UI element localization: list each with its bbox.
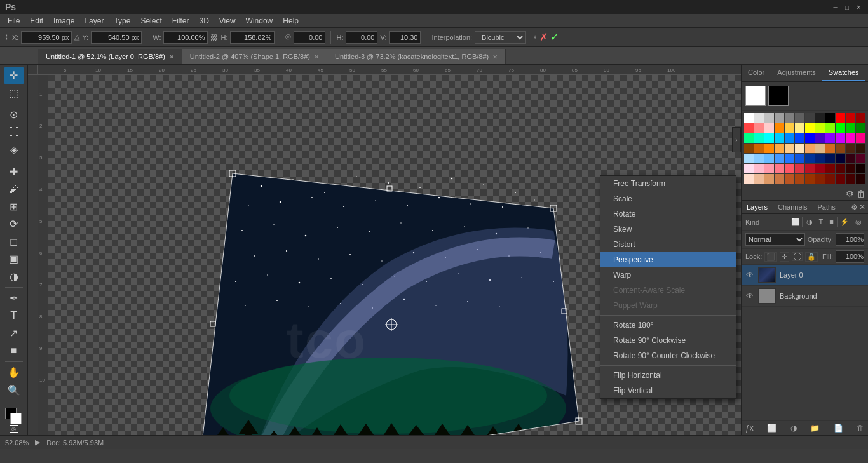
eyedropper-tool[interactable]: ◈	[4, 142, 24, 158]
swatch[interactable]	[805, 164, 815, 173]
swatch[interactable]	[744, 154, 754, 163]
swatch[interactable]	[836, 164, 845, 173]
swatch[interactable]	[775, 174, 784, 184]
panel-collapse-button[interactable]: ›	[732, 127, 741, 152]
menu-rotate[interactable]: Rotate	[600, 206, 736, 222]
maximize-button[interactable]: □	[843, 3, 851, 11]
shape-tool[interactable]: ■	[4, 343, 24, 359]
swatch[interactable]	[764, 133, 774, 143]
paths-tab[interactable]: Paths	[813, 201, 841, 213]
swatch[interactable]	[764, 144, 774, 153]
menu-image[interactable]: Image	[48, 15, 79, 27]
titlebar-controls[interactable]: ─ □ ✕	[831, 3, 863, 11]
opacity-input[interactable]	[836, 233, 864, 246]
healing-tool[interactable]: ✚	[4, 163, 24, 180]
delete-layer-button[interactable]: 🗑	[857, 424, 864, 433]
swatch[interactable]	[856, 113, 865, 123]
hand-tool[interactable]: ✋	[4, 365, 24, 381]
adjustments-tab[interactable]: Adjustments	[771, 65, 822, 81]
new-adjustment-button[interactable]: ◑	[790, 424, 797, 433]
gradient-tool[interactable]: ▣	[4, 251, 24, 267]
swatch[interactable]	[846, 144, 855, 153]
swatch[interactable]	[846, 164, 855, 173]
lasso-tool[interactable]: ⊙	[4, 107, 24, 123]
menu-perspective[interactable]: Perspective	[600, 252, 736, 267]
menu-view[interactable]: View	[214, 15, 241, 27]
swatch[interactable]	[795, 123, 804, 133]
menu-flip-horizontal[interactable]: Flip Horizontal	[600, 368, 736, 383]
v-skew-input[interactable]	[389, 31, 421, 44]
canvas[interactable]: tco	[48, 75, 741, 435]
h-input[interactable]	[230, 31, 275, 44]
w-input[interactable]	[163, 31, 208, 44]
menu-scale[interactable]: Scale	[600, 191, 736, 206]
swatch[interactable]	[754, 154, 764, 163]
menu-type[interactable]: Type	[109, 15, 135, 27]
y-input[interactable]	[91, 31, 142, 44]
menu-select[interactable]: Select	[135, 15, 166, 27]
filter-text-icon[interactable]: T	[817, 217, 826, 227]
layers-panel-close[interactable]: ✕	[859, 203, 865, 211]
swatch[interactable]	[846, 133, 855, 143]
crop-tool[interactable]: ⛶	[4, 124, 24, 140]
swatch[interactable]	[795, 174, 804, 184]
swatch[interactable]	[775, 154, 784, 163]
clone-tool[interactable]: ⊞	[4, 198, 24, 215]
swatches-tab[interactable]: Swatches	[822, 65, 865, 81]
pen-tool[interactable]: ✒	[4, 290, 24, 307]
filter-smart-icon[interactable]: ⚡	[837, 217, 851, 227]
panel-trash-icon[interactable]: 🗑	[857, 189, 865, 199]
swatch[interactable]	[825, 164, 835, 173]
filter-shape-icon[interactable]: ■	[827, 217, 836, 227]
interpolation-select[interactable]: Bicubic Bilinear Nearest Neighbor	[475, 31, 526, 44]
menu-3d[interactable]: 3D	[194, 15, 214, 27]
menu-window[interactable]: Window	[241, 15, 278, 27]
swatch[interactable]	[836, 133, 845, 143]
swatch[interactable]	[795, 164, 804, 173]
swatch[interactable]	[815, 144, 825, 153]
layers-tab[interactable]: Layers	[742, 201, 773, 213]
close-button[interactable]: ✕	[854, 3, 863, 11]
new-layer-button[interactable]: 📄	[834, 424, 843, 433]
swatch[interactable]	[815, 123, 825, 133]
channels-tab[interactable]: Channels	[773, 201, 812, 213]
tab-untitled1[interactable]: Untitled-1 @ 52.1% (Layer 0, RGB/8#) ✕	[38, 49, 182, 64]
swatch[interactable]	[825, 144, 835, 153]
brush-tool[interactable]: 🖌	[4, 181, 24, 198]
color-selector[interactable]	[4, 406, 24, 423]
swatch[interactable]	[764, 123, 774, 133]
swatch[interactable]	[815, 154, 825, 163]
swatch[interactable]	[805, 113, 815, 123]
swatch[interactable]	[825, 113, 835, 123]
blend-mode-select[interactable]: Normal Multiply Screen Overlay	[745, 233, 805, 246]
swatch[interactable]	[785, 144, 794, 153]
swatch[interactable]	[856, 133, 865, 143]
menu-filter[interactable]: Filter	[167, 15, 194, 27]
swatch[interactable]	[805, 123, 815, 133]
tab-untitled2[interactable]: Untitled-2 @ 407% (Shape 1, RGB/8#) ✕	[182, 49, 327, 64]
swatch[interactable]	[764, 164, 774, 173]
x-input[interactable]	[21, 31, 72, 44]
swatch[interactable]	[805, 154, 815, 163]
swatch[interactable]	[754, 164, 764, 173]
swatch[interactable]	[744, 123, 754, 133]
swatch[interactable]	[856, 154, 865, 163]
lock-pixels-icon[interactable]: ⬛	[764, 252, 777, 262]
layer-item-layer0[interactable]: 👁 Layer 0	[742, 265, 868, 286]
background-color[interactable]	[10, 413, 22, 424]
menu-distort[interactable]: Distort	[600, 237, 736, 252]
swatch[interactable]	[795, 113, 804, 123]
tab-close-btn[interactable]: ✕	[169, 53, 174, 60]
path-select-tool[interactable]: ↗	[4, 325, 24, 342]
filter-toggle-icon[interactable]: ◎	[853, 217, 864, 227]
swatch[interactable]	[795, 133, 804, 143]
tab-close-btn[interactable]: ✕	[314, 53, 319, 60]
menu-rotate-90-cw[interactable]: Rotate 90° Clockwise	[600, 333, 736, 348]
swatch[interactable]	[836, 144, 845, 153]
filter-pixel-icon[interactable]: ⬜	[789, 217, 803, 227]
cancel-icon[interactable]: ✗	[539, 31, 548, 43]
zoom-tool[interactable]: 🔍	[4, 382, 24, 398]
lock-all-icon[interactable]: 🔒	[805, 252, 818, 262]
menu-free-transform[interactable]: Free Transform	[600, 176, 736, 191]
lock-move-icon[interactable]: ✛	[780, 252, 789, 262]
